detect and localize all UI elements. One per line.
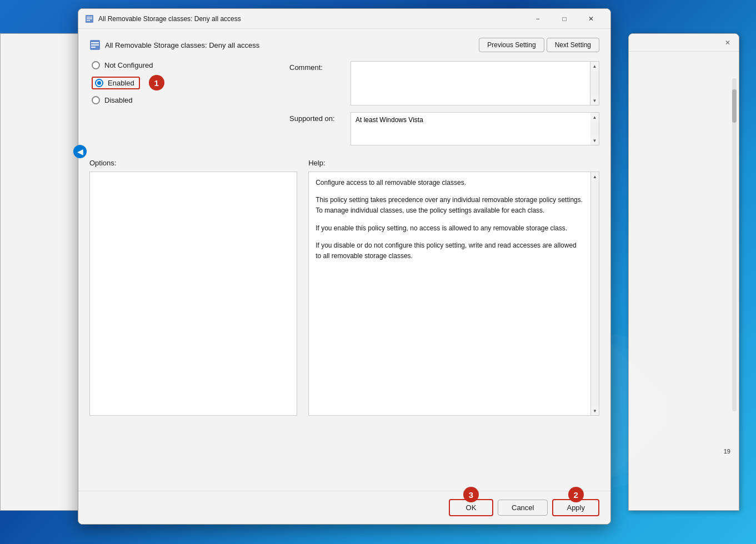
- fields-section: Comment: ▲ ▼ Supported on:: [289, 61, 599, 152]
- help-scroll-down[interactable]: ▼: [590, 406, 599, 415]
- previous-setting-button[interactable]: Previous Setting: [479, 38, 544, 52]
- enabled-label: Enabled: [108, 79, 134, 87]
- svg-rect-7: [91, 47, 96, 48]
- help-scroll-track: [591, 181, 599, 406]
- help-scrollbar: ▲ ▼: [590, 172, 599, 416]
- bg-scrollbar: [732, 78, 737, 411]
- dialog-content: All Removable Storage classes: Deny all …: [78, 29, 610, 425]
- not-configured-option[interactable]: Not Configured: [92, 61, 289, 69]
- help-para-4: If you disable or do not configure this …: [316, 240, 584, 261]
- step-badge-1: 1: [149, 75, 164, 90]
- help-title: Help:: [308, 159, 599, 167]
- options-panel: [89, 172, 297, 416]
- bg-window-titlebar: ✕: [629, 34, 739, 52]
- titlebar-controls: − □ ✕: [525, 11, 604, 27]
- svg-rect-6: [91, 44, 99, 46]
- apply-btn-wrapper: 2 Apply: [552, 499, 599, 516]
- supported-on-row: Supported on: At least Windows Vista ▲ ▼: [289, 112, 599, 145]
- supported-scroll-up[interactable]: ▲: [590, 113, 599, 122]
- enabled-option[interactable]: Enabled 1: [92, 75, 289, 90]
- disabled-radio[interactable]: [92, 96, 100, 104]
- comment-scrollbar: ▲ ▼: [590, 61, 599, 105]
- comment-scroll-down[interactable]: ▼: [590, 96, 599, 105]
- dialog-header: All Removable Storage classes: Deny all …: [89, 38, 599, 52]
- comment-scroll-up[interactable]: ▲: [590, 62, 599, 70]
- bg-scrollbar-thumb: [732, 89, 737, 123]
- dialog-footer: 3 OK Cancel 2 Apply: [78, 491, 610, 524]
- help-para-1: Configure access to all removable storag…: [316, 178, 584, 188]
- bg-window-label: 19: [724, 448, 730, 455]
- body-area: Not Configured Enabled 1 Disabled: [89, 61, 599, 152]
- options-help-section: Options: Help: Configure access to all r…: [89, 159, 599, 416]
- step-badge-2: 2: [568, 487, 584, 502]
- enabled-box: Enabled: [92, 77, 140, 89]
- comment-scroll-track: [590, 70, 599, 96]
- supported-on-value: At least Windows Vista: [351, 112, 590, 145]
- comment-label: Comment:: [289, 61, 351, 72]
- dialog-titlebar: All Removable Storage classes: Deny all …: [78, 9, 610, 29]
- supported-scrollbar: ▲ ▼: [590, 112, 599, 145]
- disabled-option[interactable]: Disabled: [92, 96, 289, 104]
- supported-on-wrapper: At least Windows Vista ▲ ▼: [351, 112, 599, 145]
- cancel-button[interactable]: Cancel: [498, 500, 548, 516]
- dialog-header-title-text: All Removable Storage classes: Deny all …: [105, 41, 479, 49]
- svg-rect-3: [87, 20, 90, 21]
- bg-close-icon: ✕: [721, 36, 734, 49]
- nav-buttons: Previous Setting Next Setting: [479, 38, 599, 52]
- supported-scroll-down[interactable]: ▼: [590, 136, 599, 145]
- supported-on-label: Supported on:: [289, 112, 351, 123]
- svg-rect-2: [87, 18, 92, 19]
- help-scroll-up[interactable]: ▲: [590, 172, 599, 181]
- help-para-3: If you enable this policy setting, no ac…: [316, 223, 584, 234]
- comment-textarea[interactable]: [351, 61, 590, 105]
- maximize-button[interactable]: □: [552, 11, 577, 27]
- help-panel-wrapper: Configure access to all removable storag…: [308, 172, 599, 416]
- not-configured-label: Not Configured: [104, 61, 153, 69]
- radio-section: Not Configured Enabled 1 Disabled: [89, 61, 289, 152]
- enabled-radio[interactable]: [95, 79, 103, 87]
- main-dialog: All Removable Storage classes: Deny all …: [78, 8, 611, 525]
- next-setting-button[interactable]: Next Setting: [547, 38, 599, 52]
- dialog-title-text: All Removable Storage classes: Deny all …: [98, 15, 520, 23]
- header-policy-icon: [89, 39, 101, 51]
- background-left-panel: ◀ ► ► ►: [0, 33, 81, 511]
- svg-rect-1: [87, 17, 92, 18]
- minimize-button[interactable]: −: [525, 11, 550, 27]
- options-title: Options:: [89, 159, 297, 167]
- comment-field-wrapper: ▲ ▼: [351, 61, 599, 105]
- help-section: Help: Configure access to all removable …: [308, 159, 599, 416]
- help-para-2: This policy setting takes precedence ove…: [316, 195, 584, 216]
- help-panel: Configure access to all removable storag…: [308, 172, 590, 416]
- options-section: Options:: [89, 159, 297, 416]
- titlebar-policy-icon: [85, 14, 94, 23]
- help-text-content: Configure access to all removable storag…: [309, 172, 590, 267]
- ok-btn-wrapper: 3 OK: [449, 499, 493, 516]
- supported-scroll-track: [590, 122, 599, 136]
- radio-group: Not Configured Enabled 1 Disabled: [92, 61, 289, 104]
- comment-row: Comment: ▲ ▼: [289, 61, 599, 105]
- disabled-label: Disabled: [104, 96, 133, 104]
- not-configured-radio[interactable]: [92, 61, 100, 69]
- svg-rect-5: [91, 42, 99, 43]
- left-arrow-icon: ◀: [73, 145, 87, 158]
- step-badge-3: 3: [463, 487, 479, 502]
- close-button[interactable]: ✕: [578, 11, 604, 27]
